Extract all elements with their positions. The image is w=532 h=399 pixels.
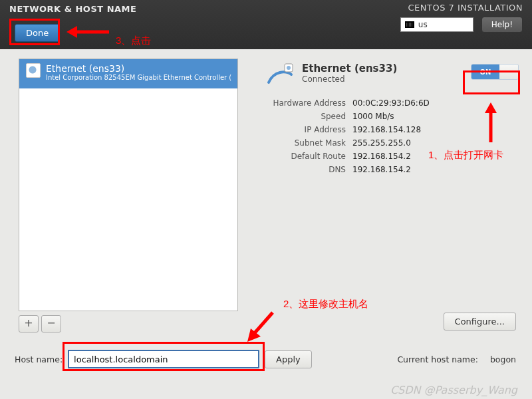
apply-button[interactable]: Apply <box>265 350 312 368</box>
prop-row: Default Route192.168.154.2 <box>266 152 519 161</box>
configure-button[interactable]: Configure... <box>444 313 516 331</box>
nic-list: Ethernet (ens33) Intel Corporation 82545… <box>19 59 238 311</box>
nic-item-title: Ethernet (ens33) <box>46 63 231 74</box>
hostname-label: Host name: <box>15 354 63 364</box>
prop-row: DNS192.168.154.2 <box>266 165 519 174</box>
hostname-row: Host name: Apply <box>15 350 312 368</box>
current-hostname-label: Current host name: <box>397 354 478 364</box>
ethernet-large-icon <box>266 63 294 86</box>
ethernet-icon <box>26 63 41 78</box>
current-hostname-value: bogon <box>490 354 516 364</box>
detail-status: Connected <box>302 74 397 84</box>
header-right: CENTOS 7 INSTALLATION us Help! <box>400 3 523 33</box>
current-hostname: Current host name: bogon <box>397 354 516 364</box>
toggle-knob <box>499 65 518 79</box>
keyboard-layout-label: us <box>418 20 428 29</box>
nic-detail: Ethernet (ens33) Connected ON Hardware A… <box>266 63 519 178</box>
detail-title: Ethernet (ens33) <box>302 63 397 74</box>
keyboard-icon <box>405 21 414 28</box>
help-button[interactable]: Help! <box>481 17 523 33</box>
done-button[interactable]: Done <box>15 24 60 42</box>
keyboard-layout-selector[interactable]: us <box>400 17 473 32</box>
prop-row: Subnet Mask255.255.255.0 <box>266 138 519 148</box>
nic-item-subtitle: Intel Corporation 82545EM Gigabit Ethern… <box>46 74 231 81</box>
nic-properties: Hardware Address00:0C:29:93:D6:6D Speed1… <box>266 98 519 174</box>
hostname-input[interactable] <box>68 350 259 368</box>
prop-row: Hardware Address00:0C:29:93:D6:6D <box>266 98 519 108</box>
nic-list-item[interactable]: Ethernet (ens33) Intel Corporation 82545… <box>19 59 237 88</box>
prop-row: Speed1000 Mb/s <box>266 112 519 121</box>
header-bar: NETWORK & HOST NAME Done CENTOS 7 INSTAL… <box>0 0 532 49</box>
add-nic-button[interactable]: + <box>19 315 39 332</box>
install-title: CENTOS 7 INSTALLATION <box>400 3 523 13</box>
toggle-on-label: ON <box>471 65 499 79</box>
main-area: Ethernet (ens33) Intel Corporation 82545… <box>0 49 532 399</box>
svg-point-1 <box>287 66 291 70</box>
connection-toggle[interactable]: ON <box>471 64 519 80</box>
nic-list-panel: Ethernet (ens33) Intel Corporation 82545… <box>19 59 238 332</box>
prop-row: IP Address192.168.154.128 <box>266 125 519 134</box>
remove-nic-button[interactable]: − <box>41 315 61 332</box>
